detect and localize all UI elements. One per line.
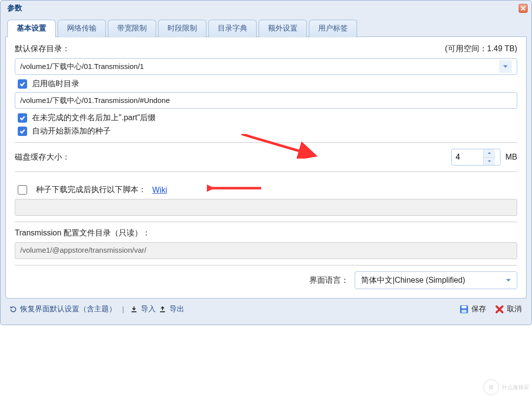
cache-label: 磁盘缓存大小： <box>15 152 70 163</box>
tab-schedule[interactable]: 时段限制 <box>158 20 206 37</box>
cache-spinner[interactable] <box>451 149 500 165</box>
dialog-header: 参数 <box>0 0 532 15</box>
separator <box>15 265 517 265</box>
export-label: 导出 <box>169 304 184 314</box>
wiki-link[interactable]: Wiki <box>152 186 167 195</box>
separator <box>15 222 517 222</box>
save-icon <box>460 305 468 314</box>
panel-basic: 默认保存目录： (可用空间：1.49 TB) /volume1/下载中心/01.… <box>6 36 526 298</box>
separator <box>15 171 517 172</box>
part-suffix-checkbox[interactable] <box>18 113 27 123</box>
save-button[interactable]: 保存 <box>460 304 486 314</box>
script-path-input[interactable] <box>15 199 517 216</box>
save-dir-label: 默认保存目录： <box>15 44 445 54</box>
tab-extra[interactable]: 额外设置 <box>259 20 307 37</box>
divider: | <box>122 305 124 313</box>
cancel-button[interactable]: 取消 <box>495 304 522 314</box>
import-button[interactable]: 导入 <box>130 304 156 314</box>
available-space: (可用空间：1.49 TB) <box>445 44 517 54</box>
tab-bandwidth[interactable]: 带宽限制 <box>108 20 156 37</box>
cancel-icon <box>495 305 504 314</box>
svg-rect-3 <box>160 311 165 312</box>
part-suffix-label: 在未完成的文件名后加上".part"后缀 <box>32 113 156 123</box>
lang-value: 简体中文|Chinese (Simplified) <box>361 275 465 286</box>
cancel-label: 取消 <box>507 304 522 314</box>
lang-label: 界面语言： <box>309 275 349 286</box>
footer: 恢复界面默认设置（含主题） | 导入 导出 保存 取消 <box>5 298 527 320</box>
import-label: 导入 <box>141 304 156 314</box>
dialog: 参数 基本设置 网络传输 带宽限制 时段限制 目录字典 额外设置 用户标签 默认… <box>0 0 532 325</box>
chevron-down-icon <box>503 275 514 286</box>
svg-line-0 <box>241 134 315 156</box>
lang-row: 界面语言： 简体中文|Chinese (Simplified) <box>15 271 517 289</box>
chevron-down-icon <box>499 60 512 73</box>
restore-label: 恢复界面默认设置（含主题） <box>20 304 116 314</box>
part-suffix-row[interactable]: 在未完成的文件名后加上".part"后缀 <box>18 113 517 123</box>
annotation-arrow-icon <box>207 182 261 196</box>
temp-dir-check-row[interactable]: 启用临时目录 <box>18 79 517 89</box>
save-dir-value: /volume1/下载中心/01.Transmission/1 <box>20 62 144 71</box>
export-button[interactable]: 导出 <box>159 304 184 314</box>
config-dir-label: Transmission 配置文件目录（只读）： <box>15 228 517 238</box>
save-label: 保存 <box>471 304 486 314</box>
svg-rect-6 <box>462 310 466 313</box>
config-dir-value: /volume1/@appstore/transmission/var/ <box>15 242 517 259</box>
close-icon <box>521 6 526 11</box>
script-checkbox[interactable] <box>18 185 27 195</box>
cache-unit: MB <box>505 153 517 162</box>
annotation-arrow-icon <box>241 134 325 161</box>
restore-icon <box>9 305 17 313</box>
dialog-title: 参数 <box>7 3 22 13</box>
spin-up-icon[interactable] <box>484 149 495 158</box>
cache-input[interactable] <box>452 151 483 164</box>
script-label: 种子下载完成后执行以下脚本： <box>36 185 146 195</box>
temp-dir-value: /volume1/下载中心/01.Transmission/#Undone <box>20 96 170 105</box>
close-button[interactable] <box>519 4 528 13</box>
svg-rect-5 <box>462 306 466 308</box>
export-icon <box>159 305 166 313</box>
lang-combo[interactable]: 简体中文|Chinese (Simplified) <box>355 271 517 289</box>
svg-rect-2 <box>132 311 136 312</box>
temp-dir-label: 启用临时目录 <box>32 79 79 89</box>
tab-user-tags[interactable]: 用户标签 <box>309 20 357 37</box>
tab-network[interactable]: 网络传输 <box>58 20 106 37</box>
dialog-body: 默认保存目录： (可用空间：1.49 TB) /volume1/下载中心/01.… <box>5 36 527 298</box>
auto-start-checkbox[interactable] <box>18 127 27 136</box>
cache-row: 磁盘缓存大小： MB <box>15 149 517 165</box>
auto-start-label: 自动开始新添加的种子 <box>32 126 111 136</box>
tab-basic[interactable]: 基本设置 <box>7 20 56 37</box>
restore-defaults-button[interactable]: 恢复界面默认设置（含主题） <box>9 304 116 314</box>
tabs: 基本设置 网络传输 带宽限制 时段限制 目录字典 额外设置 用户标签 <box>5 20 527 37</box>
temp-dir-input[interactable]: /volume1/下载中心/01.Transmission/#Undone <box>15 92 517 109</box>
spin-down-icon[interactable] <box>484 158 495 165</box>
script-row: 种子下载完成后执行以下脚本： Wiki <box>18 185 517 195</box>
import-icon <box>130 305 138 313</box>
save-dir-combo[interactable]: /volume1/下载中心/01.Transmission/1 <box>15 58 517 75</box>
tab-directory[interactable]: 目录字典 <box>208 20 257 37</box>
temp-dir-checkbox[interactable] <box>18 79 27 89</box>
